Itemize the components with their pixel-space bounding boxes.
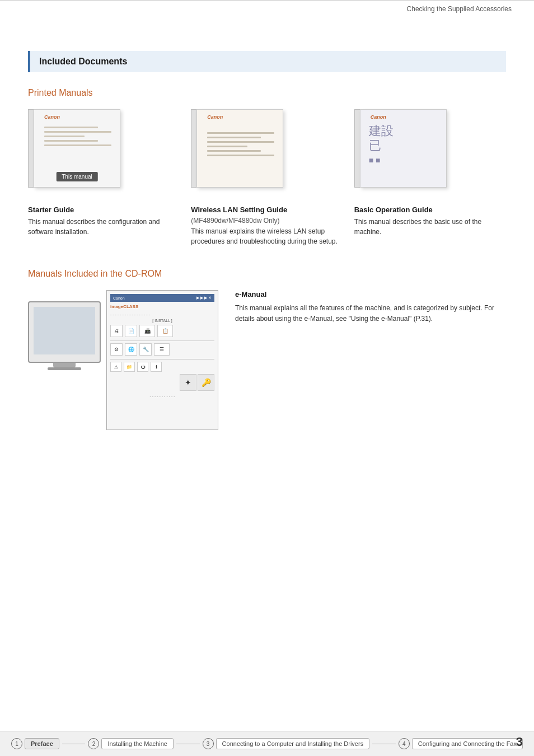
wireless-lan-book: Canon bbox=[191, 109, 292, 193]
sp-install-btn: [ INSTALL ] bbox=[110, 319, 214, 323]
starter-guide-name: Starter Guide bbox=[28, 206, 74, 214]
step-label-connect: Connecting to a Computer and Installing … bbox=[216, 738, 370, 749]
sp-divider bbox=[110, 340, 214, 341]
page-container: Checking the Supplied Accessories Includ… bbox=[0, 0, 534, 756]
sp-right-icon-1: ✦ bbox=[180, 374, 196, 391]
step-connector-2 bbox=[176, 744, 200, 744]
step-bubble-1: 1 bbox=[11, 738, 22, 749]
book-cover-2: Canon bbox=[196, 109, 283, 188]
book-line bbox=[44, 144, 111, 146]
sp-icon-settings: ⚙ bbox=[110, 343, 123, 356]
included-docs-header: Included Documents bbox=[28, 51, 506, 72]
basic-op-book: Canon 建設 已 ■ ■ bbox=[354, 109, 455, 193]
sp-footer: - - - - - - - - - - - bbox=[110, 394, 214, 398]
nav-step-3[interactable]: 3 Connecting to a Computer and Installin… bbox=[203, 738, 370, 749]
this-manual-badge: This manual bbox=[56, 172, 97, 181]
sp-title: imageCLASS bbox=[110, 304, 214, 309]
sp-right-icon-2: 🔑 bbox=[198, 374, 214, 391]
book-line bbox=[44, 131, 111, 133]
wireless-lan-name: Wireless LAN Setting Guide bbox=[191, 206, 287, 214]
starter-guide-item: Canon This manual Starter Guid bbox=[28, 109, 180, 237]
kanji-icons: 建設 已 ■ ■ bbox=[369, 124, 394, 165]
book-line bbox=[44, 127, 98, 128]
book-line bbox=[207, 150, 261, 152]
cdrom-content: Canon ▶ ▶ ▶ ✕ imageCLASS - - - - - - - -… bbox=[28, 290, 506, 430]
nav-step-2[interactable]: 2 Installing the Machine bbox=[88, 738, 173, 749]
monitor-container: Canon ▶ ▶ ▶ ✕ imageCLASS - - - - - - - -… bbox=[28, 290, 218, 430]
step-connector-3 bbox=[372, 744, 396, 744]
top-bar: Checking the Supplied Accessories bbox=[0, 0, 534, 17]
sp-icon-print: 🖨 bbox=[110, 325, 123, 337]
book-logo-2: Canon bbox=[207, 114, 223, 120]
sp-icon-folder: 📁 bbox=[124, 362, 135, 372]
cdrom-subtitle: Manuals Included in the CD-ROM bbox=[28, 269, 506, 279]
wireless-lan-guide-item: Canon Wireless LAN Setting bbox=[191, 109, 343, 246]
step-bubble-3: 3 bbox=[203, 738, 214, 749]
book-cover: Canon This manual bbox=[34, 109, 120, 188]
basic-op-guide-image: Canon 建設 已 ■ ■ bbox=[354, 109, 466, 199]
monitor-wrapper bbox=[28, 301, 101, 370]
emanual-desc: This manual explains all the features of… bbox=[235, 303, 506, 324]
wireless-lan-desc: This manual explains the wireless LAN se… bbox=[191, 226, 343, 246]
software-panel: Canon ▶ ▶ ▶ ✕ imageCLASS - - - - - - - -… bbox=[106, 290, 218, 430]
page-title: Checking the Supplied Accessories bbox=[407, 5, 512, 13]
monitor-base bbox=[48, 367, 81, 370]
sp-nav: ▶ ▶ ▶ ✕ bbox=[196, 296, 212, 300]
book-line bbox=[44, 140, 98, 142]
book-line bbox=[207, 155, 274, 156]
wireless-lan-guide-image: Canon bbox=[191, 109, 303, 199]
printed-manuals-subtitle: Printed Manuals bbox=[28, 88, 506, 98]
nav-steps: 1 Preface 2 Installing the Machine 3 Con… bbox=[11, 738, 523, 749]
monitor-stand bbox=[53, 363, 76, 367]
sp-icon-fax: 📠 bbox=[139, 325, 155, 337]
step-label-install: Installing the Machine bbox=[101, 738, 173, 749]
book-line bbox=[207, 146, 247, 147]
sp-divider-2 bbox=[110, 359, 214, 360]
starter-guide-image: Canon This manual bbox=[28, 109, 140, 199]
sp-subtitle: - - - - - - - - - - - - - - - - - bbox=[110, 312, 214, 316]
book-logo-3: Canon bbox=[371, 114, 386, 120]
starter-guide-desc: This manual describes the configuration … bbox=[28, 217, 180, 237]
basic-op-guide-item: Canon 建設 已 ■ ■ Basic Operation Guide Thi… bbox=[354, 109, 506, 237]
book-lines-2 bbox=[207, 132, 274, 159]
sp-bottom-icons: ⚠ 📁 ⏻ ℹ bbox=[110, 362, 214, 372]
monitor bbox=[28, 301, 101, 363]
basic-op-name: Basic Operation Guide bbox=[354, 206, 433, 214]
book-line bbox=[44, 136, 85, 137]
included-docs-title: Included Documents bbox=[39, 57, 127, 66]
step-bubble-4: 4 bbox=[399, 738, 410, 749]
step-label-fax: Configuring and Connecting the Fax bbox=[412, 738, 523, 749]
sp-icon-network: 🌐 bbox=[125, 343, 137, 356]
book-cover-3: Canon 建設 已 ■ ■ bbox=[360, 109, 447, 188]
wireless-lan-subtitle: (MF4890dw/MF4880dw Only) bbox=[191, 217, 279, 225]
sp-icons-row-1: 🖨 📄 📠 📋 bbox=[110, 325, 214, 337]
book-line bbox=[207, 132, 274, 134]
emanual-title: e-Manual bbox=[235, 290, 506, 298]
sp-right-icons: ✦ 🔑 bbox=[110, 374, 214, 391]
sp-brand: Canon bbox=[113, 296, 125, 300]
nav-step-1[interactable]: 1 Preface bbox=[11, 738, 59, 749]
cdrom-section: Manuals Included in the CD-ROM bbox=[28, 269, 506, 430]
step-label-preface: Preface bbox=[25, 738, 59, 749]
cdrom-illustration: Canon ▶ ▶ ▶ ✕ imageCLASS - - - - - - - -… bbox=[28, 290, 218, 430]
page-number: 3 bbox=[516, 735, 523, 749]
manuals-grid: Canon This manual Starter Guid bbox=[28, 109, 506, 246]
step-connector-1 bbox=[62, 744, 86, 744]
sp-icon-info: ℹ bbox=[151, 362, 162, 372]
software-panel-header: Canon ▶ ▶ ▶ ✕ bbox=[110, 294, 214, 302]
bottom-nav: 1 Preface 2 Installing the Machine 3 Con… bbox=[0, 731, 534, 756]
sp-icon-warn: ⚠ bbox=[110, 362, 121, 372]
monitor-screen bbox=[34, 307, 95, 354]
starter-guide-book: Canon This manual bbox=[28, 109, 129, 193]
sp-icon-tools: 🔧 bbox=[139, 343, 152, 356]
sp-icon-copy: 📋 bbox=[157, 325, 173, 337]
nav-step-4[interactable]: 4 Configuring and Connecting the Fax bbox=[399, 738, 523, 749]
book-lines bbox=[44, 127, 111, 149]
sp-icon-power: ⏻ bbox=[137, 362, 148, 372]
book-line bbox=[207, 141, 274, 143]
basic-op-desc: This manual describes the basic use of t… bbox=[354, 217, 506, 237]
book-line bbox=[207, 137, 261, 138]
cdrom-text: e-Manual This manual explains all the fe… bbox=[235, 290, 506, 324]
sp-icons-row-2: ⚙ 🌐 🔧 ☰ bbox=[110, 343, 214, 356]
main-content: Included Documents Printed Manuals Canon bbox=[0, 17, 534, 452]
